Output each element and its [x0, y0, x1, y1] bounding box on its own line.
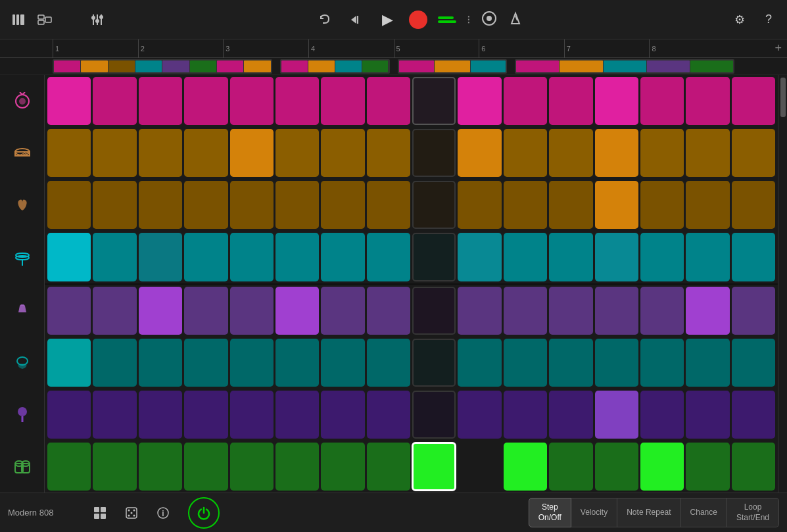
pad-8-16[interactable]	[732, 443, 775, 491]
help-button[interactable]: ?	[758, 9, 779, 30]
pattern-2[interactable]	[280, 59, 390, 74]
pad-5-4[interactable]	[184, 287, 227, 335]
pad-1-14[interactable]	[640, 77, 684, 125]
scroll-thumb[interactable]	[780, 78, 786, 117]
play-button[interactable]: ▶	[377, 9, 398, 30]
pad-3-2[interactable]	[93, 181, 136, 229]
pad-6-12[interactable]	[549, 339, 592, 387]
pad-4-9[interactable]	[412, 233, 456, 281]
record-button[interactable]	[409, 11, 427, 29]
pad-5-6[interactable]	[275, 287, 319, 335]
tab-loop-startend[interactable]: LoopStart/End	[727, 498, 779, 527]
view-toggle-button[interactable]	[34, 9, 55, 30]
pad-2-5[interactable]	[230, 129, 274, 177]
pad-6-6[interactable]	[275, 339, 319, 387]
tab-note-repeat[interactable]: Note Repeat	[617, 498, 680, 527]
pad-8-15[interactable]	[686, 443, 729, 491]
pad-5-5[interactable]	[230, 287, 274, 335]
power-button[interactable]	[188, 497, 220, 529]
pad-8-6[interactable]	[275, 443, 319, 491]
pad-5-13[interactable]	[595, 287, 638, 335]
sidebar-item-conga[interactable]	[0, 441, 44, 493]
sidebar-item-snare[interactable]	[0, 127, 44, 179]
pad-2-6[interactable]	[275, 129, 319, 177]
pad-6-10[interactable]	[458, 339, 501, 387]
pad-7-3[interactable]	[139, 391, 182, 439]
pad-5-12[interactable]	[549, 287, 592, 335]
pad-8-9[interactable]	[412, 443, 456, 491]
tab-chance[interactable]: Chance	[681, 498, 727, 527]
pad-7-10[interactable]	[458, 391, 501, 439]
randomize-button[interactable]	[120, 501, 143, 525]
pad-3-11[interactable]	[504, 181, 547, 229]
pad-8-14[interactable]	[640, 443, 684, 491]
pad-7-11[interactable]	[504, 391, 547, 439]
mixer-button[interactable]	[87, 9, 108, 30]
pad-3-16[interactable]	[732, 181, 775, 229]
library-button[interactable]	[8, 9, 29, 30]
tab-velocity[interactable]: Velocity	[571, 498, 617, 527]
pattern-4[interactable]	[515, 59, 734, 74]
pad-4-12[interactable]	[549, 233, 592, 281]
pad-3-9[interactable]	[412, 181, 456, 229]
pad-4-7[interactable]	[321, 233, 364, 281]
pad-3-15[interactable]	[686, 181, 729, 229]
pad-5-7[interactable]	[321, 287, 364, 335]
pad-6-13[interactable]	[595, 339, 638, 387]
pad-7-6[interactable]	[275, 391, 319, 439]
pad-4-11[interactable]	[504, 233, 547, 281]
pad-3-8[interactable]	[367, 181, 410, 229]
pad-8-12[interactable]	[549, 443, 592, 491]
pad-5-10[interactable]	[458, 287, 501, 335]
pad-8-8[interactable]	[367, 443, 410, 491]
pad-4-10[interactable]	[458, 233, 501, 281]
pad-4-4[interactable]	[184, 233, 227, 281]
pad-6-14[interactable]	[640, 339, 684, 387]
pad-1-1[interactable]	[47, 77, 91, 125]
pad-7-4[interactable]	[184, 391, 227, 439]
pad-3-6[interactable]	[275, 181, 319, 229]
pad-8-5[interactable]	[230, 443, 274, 491]
pad-3-12[interactable]	[549, 181, 592, 229]
pad-2-1[interactable]	[47, 129, 91, 177]
pad-3-4[interactable]	[184, 181, 227, 229]
pad-5-14[interactable]	[640, 287, 684, 335]
pad-1-16[interactable]	[732, 77, 775, 125]
pad-7-12[interactable]	[549, 391, 592, 439]
pad-8-2[interactable]	[93, 443, 136, 491]
vertical-scrollbar[interactable]	[778, 75, 787, 493]
pad-8-3[interactable]	[139, 443, 182, 491]
pad-2-10[interactable]	[458, 129, 501, 177]
pad-5-3[interactable]	[139, 287, 182, 335]
pad-8-11[interactable]	[504, 443, 547, 491]
sidebar-item-cowbell[interactable]	[0, 336, 44, 388]
pad-4-1[interactable]	[47, 233, 91, 281]
pad-1-9[interactable]	[412, 77, 456, 125]
pad-3-10[interactable]	[458, 181, 501, 229]
pad-2-16[interactable]	[732, 129, 775, 177]
pad-7-15[interactable]	[686, 391, 729, 439]
pad-2-8[interactable]	[367, 129, 410, 177]
pad-4-15[interactable]	[686, 233, 729, 281]
sidebar-item-clap[interactable]	[0, 180, 44, 231]
pad-2-3[interactable]	[139, 129, 182, 177]
pad-8-1[interactable]	[47, 443, 91, 491]
pad-1-10[interactable]	[458, 77, 501, 125]
pad-7-1[interactable]	[47, 391, 91, 439]
pad-2-4[interactable]	[184, 129, 227, 177]
pad-7-9[interactable]	[412, 391, 456, 439]
pad-2-14[interactable]	[640, 129, 684, 177]
pad-8-13[interactable]	[595, 443, 638, 491]
pad-7-8[interactable]	[367, 391, 410, 439]
undo-button[interactable]	[314, 9, 335, 30]
pad-3-5[interactable]	[230, 181, 274, 229]
pad-1-5[interactable]	[230, 77, 274, 125]
tab-step-onoff[interactable]: StepOn/Off	[529, 498, 571, 527]
pad-5-1[interactable]	[47, 287, 91, 335]
sidebar-item-kick[interactable]	[0, 75, 44, 127]
pad-6-8[interactable]	[367, 339, 410, 387]
pad-1-7[interactable]	[321, 77, 364, 125]
pad-4-5[interactable]	[230, 233, 274, 281]
info-button[interactable]: i	[151, 501, 175, 525]
pad-5-9[interactable]	[412, 287, 456, 335]
